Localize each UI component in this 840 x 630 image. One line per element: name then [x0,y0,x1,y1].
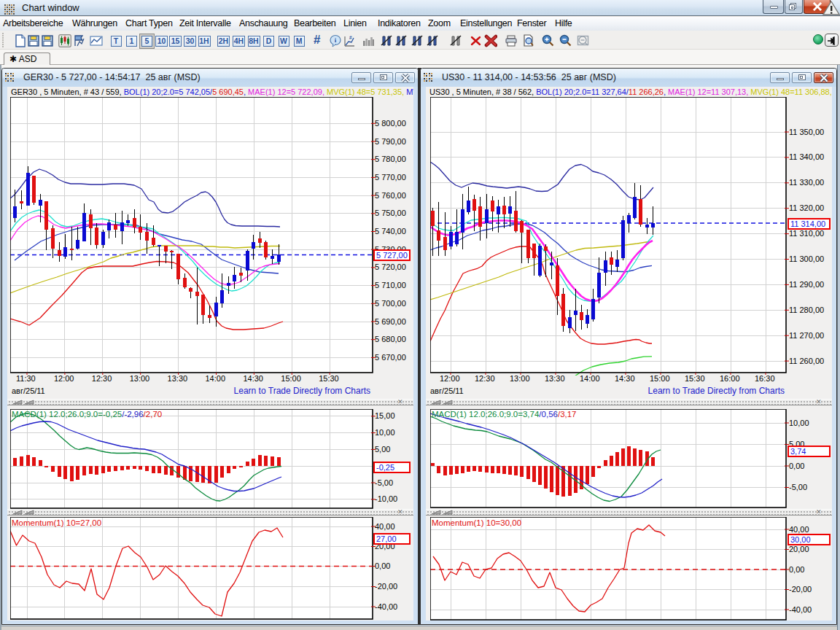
svg-text:#: # [349,35,352,40]
